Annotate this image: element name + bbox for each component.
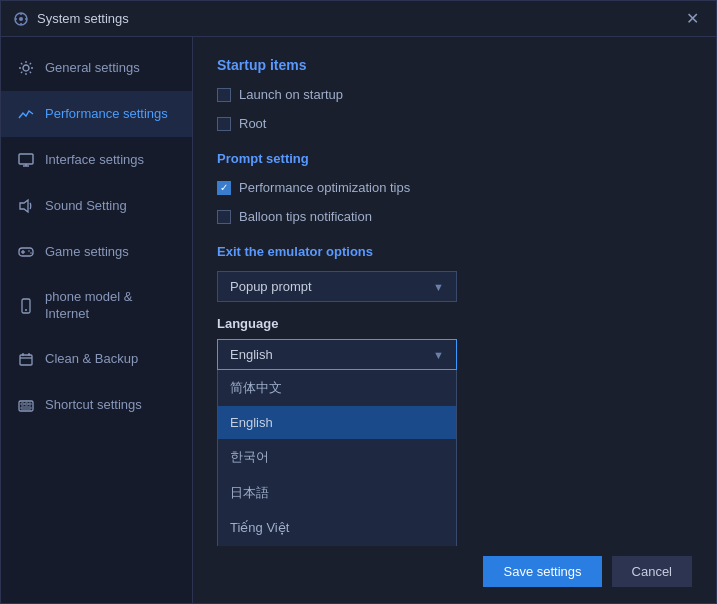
svg-point-15 [30, 252, 32, 254]
language-option-en[interactable]: English [218, 406, 456, 439]
interface-icon [17, 151, 35, 169]
sidebar-item-shortcut[interactable]: Shortcut settings [1, 383, 192, 429]
save-button[interactable]: Save settings [483, 556, 601, 587]
general-icon [17, 59, 35, 77]
sidebar-label-phone: phone model & Internet [45, 289, 176, 323]
language-option-zh[interactable]: 简体中文 [218, 370, 456, 406]
language-option-vi[interactable]: Tiếng Việt [218, 511, 456, 544]
perf-tips-label: Performance optimization tips [239, 180, 410, 195]
svg-point-6 [23, 65, 29, 71]
title-bar: System settings ✕ [1, 1, 716, 37]
language-dropdown-arrow: ▼ [433, 349, 444, 361]
window-icon [13, 11, 29, 27]
launch-startup-checkbox[interactable] [217, 88, 231, 102]
sidebar-item-phone[interactable]: phone model & Internet [1, 275, 192, 337]
sidebar-label-interface: Interface settings [45, 152, 144, 169]
svg-rect-7 [19, 154, 33, 164]
sidebar-item-game[interactable]: Game settings [1, 229, 192, 275]
prompt-section-title: Prompt setting [217, 151, 692, 166]
window-title: System settings [37, 11, 680, 26]
language-section: Language English ▼ 简体中文 English [217, 316, 692, 370]
sidebar-label-general: General settings [45, 60, 140, 77]
sidebar-item-sound[interactable]: Sound Setting [1, 183, 192, 229]
clean-icon [17, 351, 35, 369]
language-label: Language [217, 316, 692, 331]
svg-point-1 [19, 17, 23, 21]
performance-icon [17, 105, 35, 123]
language-option-ja[interactable]: 日本語 [218, 475, 456, 511]
perf-tips-checkbox[interactable] [217, 181, 231, 195]
sidebar-label-sound: Sound Setting [45, 198, 127, 215]
language-dropdown-list: 简体中文 English 한국어 日本語 [217, 370, 457, 546]
sidebar-label-shortcut: Shortcut settings [45, 397, 142, 414]
sidebar-item-interface[interactable]: Interface settings [1, 137, 192, 183]
main-content: General settings Performance settings [1, 37, 716, 603]
shortcut-icon [17, 397, 35, 415]
language-selected-value: English [230, 347, 273, 362]
sidebar-label-performance: Performance settings [45, 106, 168, 123]
launch-startup-row: Launch on startup [217, 85, 692, 104]
language-option-ko[interactable]: 한국어 [218, 439, 456, 475]
svg-rect-23 [21, 403, 24, 405]
svg-rect-24 [25, 403, 28, 405]
sidebar-label-game: Game settings [45, 244, 129, 261]
content-area: Startup items Launch on startup Root Pro… [193, 37, 716, 546]
sidebar-item-general[interactable]: General settings [1, 45, 192, 91]
footer-buttons: Save settings Cancel [193, 546, 716, 603]
language-dropdown-wrapper: English ▼ 简体中文 English 한국어 [217, 339, 457, 370]
sound-icon [17, 197, 35, 215]
svg-rect-16 [22, 299, 30, 313]
language-option-ru[interactable]: русский [218, 544, 456, 546]
sidebar-item-performance[interactable]: Performance settings [1, 91, 192, 137]
exit-dropdown-value: Popup prompt [230, 279, 312, 294]
startup-section-title: Startup items [217, 57, 692, 73]
exit-dropdown[interactable]: Popup prompt ▼ [217, 271, 457, 302]
cancel-button[interactable]: Cancel [612, 556, 692, 587]
balloon-tips-checkbox[interactable] [217, 210, 231, 224]
balloon-tips-label: Balloon tips notification [239, 209, 372, 224]
launch-startup-label: Launch on startup [239, 87, 343, 102]
root-label: Root [239, 116, 266, 131]
balloon-tips-row: Balloon tips notification [217, 207, 692, 226]
svg-rect-26 [21, 407, 31, 409]
phone-icon [17, 297, 35, 315]
root-checkbox[interactable] [217, 117, 231, 131]
game-icon [17, 243, 35, 261]
sidebar-label-clean: Clean & Backup [45, 351, 138, 368]
svg-point-14 [28, 250, 30, 252]
root-row: Root [217, 114, 692, 133]
exit-dropdown-arrow: ▼ [433, 281, 444, 293]
exit-section-title: Exit the emulator options [217, 244, 692, 259]
language-dropdown-trigger[interactable]: English ▼ [217, 339, 457, 370]
system-settings-window: System settings ✕ General settings [0, 0, 717, 604]
close-button[interactable]: ✕ [680, 7, 704, 31]
svg-marker-10 [20, 200, 28, 212]
perf-tips-row: Performance optimization tips [217, 178, 692, 197]
sidebar: General settings Performance settings [1, 37, 193, 603]
svg-rect-18 [20, 355, 32, 365]
sidebar-item-clean[interactable]: Clean & Backup [1, 337, 192, 383]
svg-rect-25 [29, 403, 31, 405]
